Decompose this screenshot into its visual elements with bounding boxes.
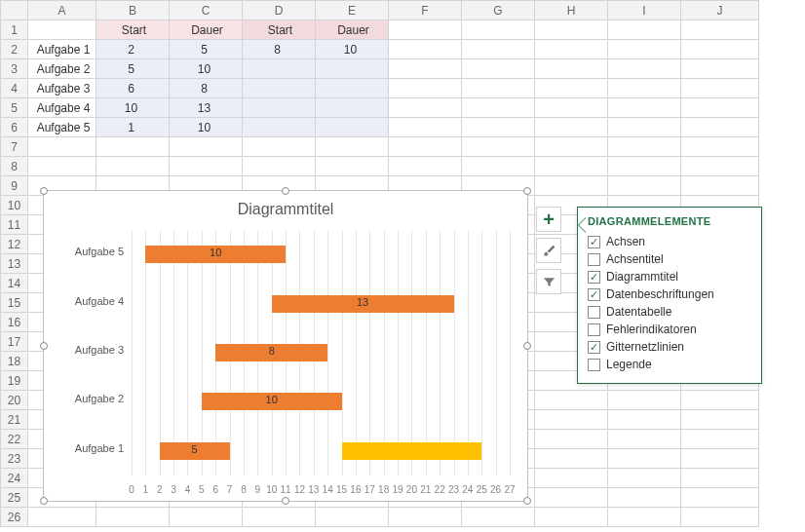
cell-B2[interactable]: 2	[96, 40, 170, 59]
chart-element-option[interactable]: Datentabelle	[588, 303, 751, 321]
col-header-H[interactable]: H	[535, 1, 608, 20]
bar-segment[interactable]	[132, 344, 215, 361]
row-header-26[interactable]: 26	[1, 508, 28, 527]
cell-J2[interactable]	[681, 40, 759, 59]
col-header-G[interactable]: G	[462, 1, 535, 20]
cell-H3[interactable]	[535, 59, 608, 79]
cell-A3[interactable]: Aufgabe 2	[28, 59, 96, 79]
row-header-17[interactable]: 17	[1, 332, 28, 352]
cell-C8[interactable]	[170, 157, 243, 176]
chart-object[interactable]: Diagrammtitel 01234567891011121314151617…	[43, 190, 528, 502]
chart-element-option[interactable]: Legende	[588, 356, 751, 373]
cell-B5[interactable]: 10	[96, 98, 170, 118]
cell-B6[interactable]: 1	[96, 118, 170, 137]
cell-J6[interactable]	[681, 118, 759, 137]
cell-C3[interactable]: 10	[170, 59, 243, 79]
cell-I20[interactable]	[608, 391, 681, 410]
cell-H8[interactable]	[535, 157, 608, 176]
cell-B26[interactable]	[96, 508, 170, 527]
cell-C5[interactable]: 13	[170, 98, 243, 118]
checkbox-icon[interactable]	[588, 236, 600, 248]
cell-H7[interactable]	[535, 137, 608, 157]
col-header-I[interactable]: I	[608, 1, 681, 20]
cell-I26[interactable]	[608, 508, 681, 527]
cell-I5[interactable]	[608, 98, 681, 118]
cell-D3[interactable]	[243, 59, 316, 79]
cell-J3[interactable]	[681, 59, 759, 79]
row-header-13[interactable]: 13	[1, 254, 28, 274]
row-header-9[interactable]: 9	[1, 176, 28, 196]
bar-segment[interactable]	[132, 246, 145, 263]
cell-B3[interactable]: 5	[96, 59, 170, 79]
cell-I24[interactable]	[608, 469, 681, 488]
cell-H9[interactable]	[535, 176, 608, 196]
bar-segment[interactable]	[132, 442, 160, 460]
row-header-20[interactable]: 20	[1, 391, 28, 410]
chart-element-option[interactable]: Datenbeschriftungen	[588, 285, 751, 303]
checkbox-icon[interactable]	[588, 306, 600, 319]
chart-element-option[interactable]: Achsen	[588, 233, 751, 250]
row-header-12[interactable]: 12	[1, 235, 28, 254]
cell-D5[interactable]	[243, 98, 316, 118]
cell-J8[interactable]	[681, 157, 759, 176]
row-header-6[interactable]: 6	[1, 118, 28, 137]
cell-I4[interactable]	[608, 79, 681, 98]
cell-B4[interactable]: 6	[96, 79, 170, 98]
cell-G26[interactable]	[462, 508, 535, 527]
row-header-5[interactable]: 5	[1, 98, 28, 118]
cell-D7[interactable]	[243, 137, 316, 157]
cell-H24[interactable]	[535, 469, 608, 488]
bar-segment[interactable]: 8	[215, 344, 327, 361]
col-header-A[interactable]: A	[28, 1, 96, 20]
row-header-7[interactable]: 7	[1, 137, 28, 157]
cell-D2[interactable]: 8	[243, 40, 316, 59]
row-header-1[interactable]: 1	[1, 20, 28, 40]
cell-H25[interactable]	[535, 488, 608, 508]
row-header-18[interactable]: 18	[1, 352, 28, 371]
checkbox-icon[interactable]	[588, 253, 600, 266]
col-header-J[interactable]: J	[681, 1, 759, 20]
cell-C4[interactable]: 8	[170, 79, 243, 98]
cell-C7[interactable]	[170, 137, 243, 157]
col-header-F[interactable]: F	[389, 1, 462, 20]
bar-segment[interactable]	[342, 442, 482, 460]
cell-I3[interactable]	[608, 59, 681, 79]
cell-J21[interactable]	[681, 410, 759, 430]
bar-segment[interactable]: 10	[145, 246, 286, 263]
cell-C1[interactable]: Dauer	[170, 20, 243, 40]
chart-elements-button[interactable]: +	[536, 207, 561, 232]
checkbox-icon[interactable]	[588, 341, 600, 354]
cell-H23[interactable]	[535, 449, 608, 469]
cell-H6[interactable]	[535, 118, 608, 137]
col-header-C[interactable]: C	[170, 1, 243, 20]
cell-J25[interactable]	[681, 488, 759, 508]
cell-I8[interactable]	[608, 157, 681, 176]
cell-H5[interactable]	[535, 98, 608, 118]
cell-H4[interactable]	[535, 79, 608, 98]
cell-A2[interactable]: Aufgabe 1	[28, 40, 96, 59]
chart-element-option[interactable]: Fehlerindikatoren	[588, 321, 751, 338]
cell-G5[interactable]	[462, 98, 535, 118]
cell-F2[interactable]	[389, 40, 462, 59]
row-header-10[interactable]: 10	[1, 196, 28, 215]
row-header-24[interactable]: 24	[1, 469, 28, 488]
cell-G4[interactable]	[462, 79, 535, 98]
cell-E2[interactable]: 10	[316, 40, 389, 59]
cell-D6[interactable]	[243, 118, 316, 137]
cell-H20[interactable]	[535, 391, 608, 410]
row-header-21[interactable]: 21	[1, 410, 28, 430]
cell-C26[interactable]	[170, 508, 243, 527]
cell-I22[interactable]	[608, 430, 681, 449]
chart-title[interactable]: Diagrammtitel	[44, 191, 527, 218]
cell-E5[interactable]	[316, 98, 389, 118]
col-header-E[interactable]: E	[316, 1, 389, 20]
col-header-D[interactable]: D	[243, 1, 316, 20]
cell-J20[interactable]	[681, 391, 759, 410]
bar-segment[interactable]	[230, 442, 342, 460]
chart-element-option[interactable]: Gitternetzlinien	[588, 338, 751, 356]
cell-F3[interactable]	[389, 59, 462, 79]
row-header-22[interactable]: 22	[1, 430, 28, 449]
row-header-3[interactable]: 3	[1, 59, 28, 79]
cell-A8[interactable]	[28, 157, 96, 176]
cell-I25[interactable]	[608, 488, 681, 508]
